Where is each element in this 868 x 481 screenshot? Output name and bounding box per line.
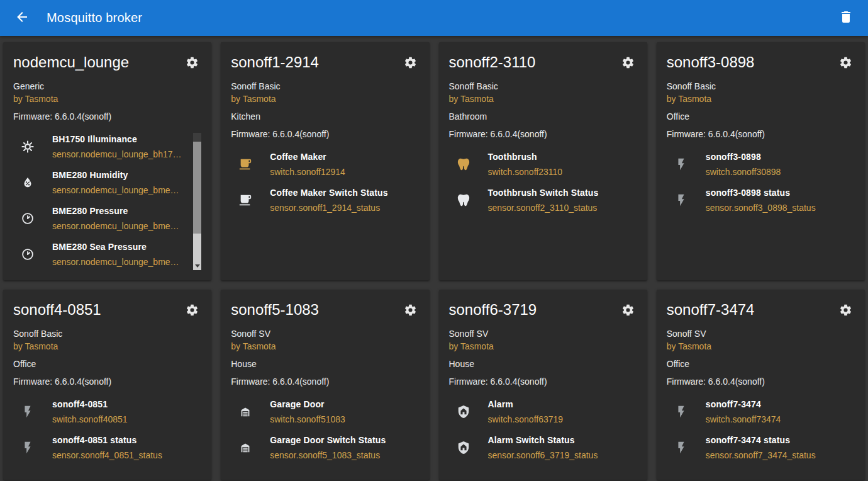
entity-row[interactable]: Alarmswitch.sonoff63719 xyxy=(449,398,637,426)
entity-id: switch.sonoff63719 xyxy=(488,413,564,426)
cog-icon xyxy=(621,309,635,319)
scroll-thumb[interactable] xyxy=(193,142,201,234)
entity-list: Alarmswitch.sonoff63719Alarm Switch Stat… xyxy=(449,398,637,461)
entity-name: Toothbrush Switch Status xyxy=(488,186,599,199)
cog-icon xyxy=(621,62,635,71)
entity-row[interactable]: Coffee Maker Switch Statussensor.sonoff1… xyxy=(231,186,419,214)
entity-name: Garage Door Switch Status xyxy=(270,434,386,446)
flash-icon xyxy=(21,405,36,419)
device-name: sonoff3-0898 xyxy=(667,52,755,72)
entity-row[interactable]: BME280 Humiditysensor.nodemcu_lounge_bme… xyxy=(13,169,191,196)
device-manufacturer: by Tasmota xyxy=(449,340,637,353)
gauge-icon xyxy=(21,212,36,225)
entity-id: sensor.sonoff2_3110_status xyxy=(488,201,599,214)
entity-row[interactable]: Coffee Makerswitch.sonoff12914 xyxy=(231,150,419,178)
device-firmware: Firmware: 6.6.0.4(sonoff) xyxy=(667,128,855,140)
scrollbar[interactable] xyxy=(193,133,201,270)
entity-id: sensor.sonoff6_3719_status xyxy=(488,449,598,461)
scroll-down-button[interactable] xyxy=(193,261,201,270)
entity-name: Coffee Maker xyxy=(270,150,345,163)
device-settings-button[interactable] xyxy=(401,54,420,74)
flash-icon xyxy=(674,405,689,419)
entity-list: Toothbrushswitch.sonoff23110Toothbrush S… xyxy=(449,150,637,214)
entity-row[interactable]: sonoff3-0898switch.sonoff30898 xyxy=(667,150,855,178)
app-header: Mosquitto broker xyxy=(0,0,868,36)
tooth-icon xyxy=(457,157,472,171)
device-firmware: Firmware: 6.6.0.4(sonoff) xyxy=(13,110,201,123)
scroll-up-button[interactable] xyxy=(193,133,201,142)
garage-icon xyxy=(238,441,253,455)
device-settings-button[interactable] xyxy=(183,54,201,74)
device-firmware: Firmware: 6.6.0.4(sonoff) xyxy=(449,375,637,388)
device-settings-button[interactable] xyxy=(619,54,637,74)
entity-row[interactable]: sonoff4-0851switch.sonoff40851 xyxy=(13,398,201,426)
delete-button[interactable] xyxy=(833,5,859,31)
device-name: sonoff2-3110 xyxy=(449,52,536,72)
entity-id: switch.sonoff73474 xyxy=(706,413,781,426)
device-card: sonoff7-3474Sonoff SVby TasmotaOfficeFir… xyxy=(657,290,865,480)
device-model: Sonoff Basic xyxy=(13,327,201,340)
device-firmware: Firmware: 6.6.0.4(sonoff) xyxy=(231,128,419,140)
flash-icon xyxy=(674,441,689,455)
device-name: sonoff6-3719 xyxy=(449,300,537,320)
delete-icon xyxy=(838,9,854,26)
entity-name: Garage Door xyxy=(270,398,345,410)
entity-row[interactable]: sonoff4-0851 statussensor.sonoff4_0851_s… xyxy=(13,434,201,461)
device-settings-button[interactable] xyxy=(401,301,420,321)
device-model: Sonoff SV xyxy=(231,327,419,340)
cog-icon xyxy=(186,62,199,71)
entity-row[interactable]: BME280 Sea Pressuresensor.nodemcu_lounge… xyxy=(13,241,191,268)
gauge-icon xyxy=(21,247,36,261)
entity-list: Coffee Makerswitch.sonoff12914Coffee Mak… xyxy=(231,150,419,214)
device-name: sonoff1-2914 xyxy=(231,52,319,72)
entity-row[interactable]: Toothbrushswitch.sonoff23110 xyxy=(449,150,637,178)
device-model: Sonoff Basic xyxy=(667,80,855,93)
entity-row[interactable]: Toothbrush Switch Statussensor.sonoff2_3… xyxy=(449,186,637,214)
device-area: Office xyxy=(13,358,201,370)
device-name: nodemcu_lounge xyxy=(13,52,129,72)
device-model: Sonoff Basic xyxy=(449,80,637,93)
device-card: sonoff4-0851Sonoff Basicby TasmotaOffice… xyxy=(3,290,211,480)
entity-row[interactable]: Garage Doorswitch.sonoff51083 xyxy=(231,398,419,426)
device-manufacturer: by Tasmota xyxy=(231,340,419,353)
brightness-icon xyxy=(21,140,36,154)
entity-list: sonoff7-3474switch.sonoff73474sonoff7-34… xyxy=(667,398,855,461)
device-settings-button[interactable] xyxy=(619,301,637,321)
entity-id: sensor.nodemcu_lounge_bme… xyxy=(52,256,179,268)
device-area: Bathroom xyxy=(449,110,637,123)
device-card: sonoff5-1083Sonoff SVby TasmotaHouseFirm… xyxy=(221,290,429,480)
entity-row[interactable]: Garage Door Switch Statussensor.sonoff5_… xyxy=(231,434,419,461)
device-area: Office xyxy=(667,358,855,370)
entity-id: switch.sonoff12914 xyxy=(270,166,345,178)
back-button[interactable] xyxy=(9,5,35,31)
entity-row[interactable]: Alarm Switch Statussensor.sonoff6_3719_s… xyxy=(449,434,637,461)
device-card: sonoff1-2914Sonoff Basicby TasmotaKitche… xyxy=(221,42,429,280)
device-manufacturer: by Tasmota xyxy=(667,93,855,105)
arrow-left-icon xyxy=(14,9,30,26)
device-cards-grid: nodemcu_loungeGenericby TasmotaFirmware:… xyxy=(0,36,868,481)
entity-row[interactable]: BME280 Pressuresensor.nodemcu_lounge_bme… xyxy=(13,205,191,232)
tooth-icon xyxy=(457,193,472,207)
device-area: Office xyxy=(667,110,855,123)
entity-name: sonoff3-0898 status xyxy=(706,186,816,199)
device-settings-button[interactable] xyxy=(837,301,855,321)
entity-list: sonoff3-0898switch.sonoff30898sonoff3-08… xyxy=(667,150,855,214)
entity-id: sensor.sonoff5_1083_status xyxy=(270,449,386,461)
device-name: sonoff7-3474 xyxy=(667,300,755,320)
device-firmware: Firmware: 6.6.0.4(sonoff) xyxy=(667,375,855,388)
entity-name: BME280 Pressure xyxy=(52,205,179,217)
entity-row[interactable]: sonoff7-3474switch.sonoff73474 xyxy=(667,398,855,426)
device-settings-button[interactable] xyxy=(837,54,855,74)
entity-row[interactable]: sonoff3-0898 statussensor.sonoff3_0898_s… xyxy=(667,186,855,214)
cog-icon xyxy=(404,62,417,71)
device-model: Generic xyxy=(13,80,201,93)
entity-name: BME280 Humidity xyxy=(52,169,179,181)
device-model: Sonoff Basic xyxy=(231,80,419,93)
entity-row[interactable]: BH1750 Illuminancesensor.nodemcu_lounge_… xyxy=(13,133,191,161)
device-card: sonoff6-3719Sonoff SVby TasmotaHouseFirm… xyxy=(439,290,647,480)
entity-name: BME280 Sea Pressure xyxy=(52,241,179,253)
entity-id: sensor.sonoff4_0851_status xyxy=(52,449,162,461)
entity-row[interactable]: sonoff7-3474 statussensor.sonoff7_3474_s… xyxy=(667,434,855,461)
device-settings-button[interactable] xyxy=(183,301,201,321)
device-card: sonoff3-0898Sonoff Basicby TasmotaOffice… xyxy=(657,42,865,280)
